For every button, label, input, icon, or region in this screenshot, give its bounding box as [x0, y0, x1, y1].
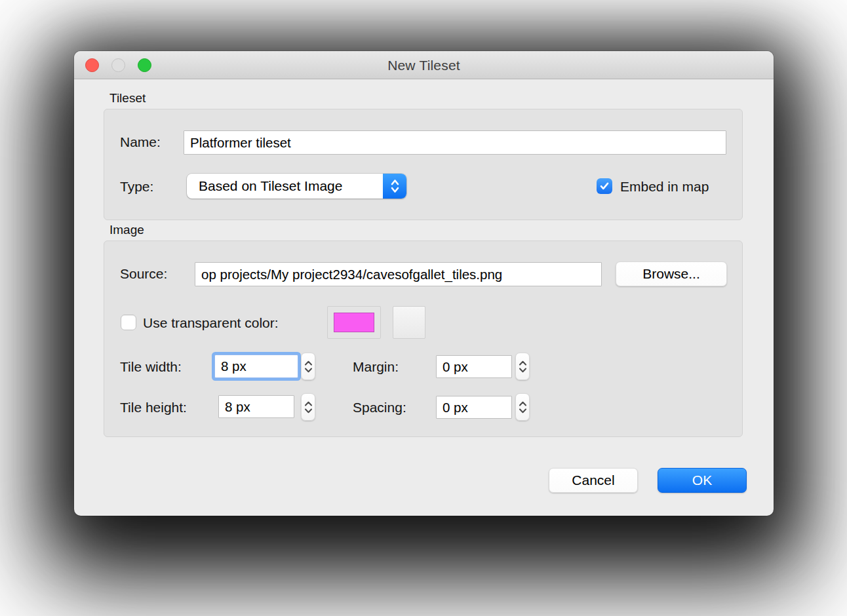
tileset-groupbox — [104, 109, 743, 220]
tile-height-stepper[interactable] — [301, 393, 315, 421]
tile-width-input[interactable] — [214, 355, 298, 378]
chevron-up-icon — [519, 360, 527, 366]
tile-height-label: Tile height: — [120, 400, 187, 415]
name-input[interactable] — [184, 130, 726, 155]
zoom-button[interactable] — [138, 58, 151, 72]
cancel-button-label: Cancel — [572, 472, 614, 488]
margin-stepper[interactable] — [515, 353, 530, 380]
minimize-button[interactable] — [111, 58, 125, 72]
source-input[interactable] — [195, 262, 602, 286]
window-title: New Tileset — [74, 51, 774, 79]
chevron-up-icon — [304, 401, 313, 406]
tile-width-stepper[interactable] — [301, 353, 315, 380]
new-tileset-dialog: New Tileset Tileset Name: Type: Based on… — [74, 51, 774, 516]
type-label: Type: — [120, 179, 153, 195]
image-group-label: Image — [109, 223, 144, 237]
ok-button[interactable]: OK — [658, 468, 747, 493]
chevron-up-down-icon — [383, 174, 406, 199]
name-label: Name: — [120, 134, 161, 150]
transparent-color-swatch[interactable] — [327, 306, 381, 339]
title-bar: New Tileset — [74, 51, 774, 79]
chevron-up-icon — [304, 360, 313, 366]
tileset-group-label: Tileset — [109, 91, 146, 106]
margin-input[interactable] — [436, 355, 512, 378]
type-dropdown[interactable]: Based on Tileset Image — [187, 174, 406, 199]
source-label: Source: — [120, 266, 167, 282]
spacing-stepper[interactable] — [515, 393, 530, 421]
embed-in-map-label: Embed in map — [620, 179, 709, 195]
spacing-input[interactable] — [436, 396, 512, 419]
chevron-down-icon — [304, 408, 313, 414]
ok-button-label: OK — [692, 472, 712, 488]
browse-button-label: Browse... — [642, 266, 700, 282]
checkmark-icon — [599, 182, 610, 191]
tile-height-input[interactable] — [218, 395, 294, 418]
color-picker-button[interactable] — [393, 306, 425, 339]
close-button[interactable] — [85, 58, 99, 72]
use-transparent-color-checkbox[interactable] — [121, 315, 136, 330]
cancel-button[interactable]: Cancel — [549, 468, 638, 493]
tile-width-label: Tile width: — [120, 359, 182, 375]
use-transparent-color-label: Use transparent color: — [143, 315, 279, 331]
color-swatch-fill — [334, 313, 374, 332]
spacing-label: Spacing: — [353, 400, 406, 415]
embed-in-map-checkbox[interactable] — [597, 178, 612, 194]
chevron-down-icon — [304, 368, 313, 373]
browse-button[interactable]: Browse... — [616, 261, 727, 286]
type-dropdown-value: Based on Tileset Image — [199, 174, 342, 199]
margin-label: Margin: — [353, 359, 399, 375]
chevron-up-icon — [519, 401, 527, 406]
chevron-down-icon — [519, 368, 527, 373]
chevron-down-icon — [519, 408, 527, 414]
